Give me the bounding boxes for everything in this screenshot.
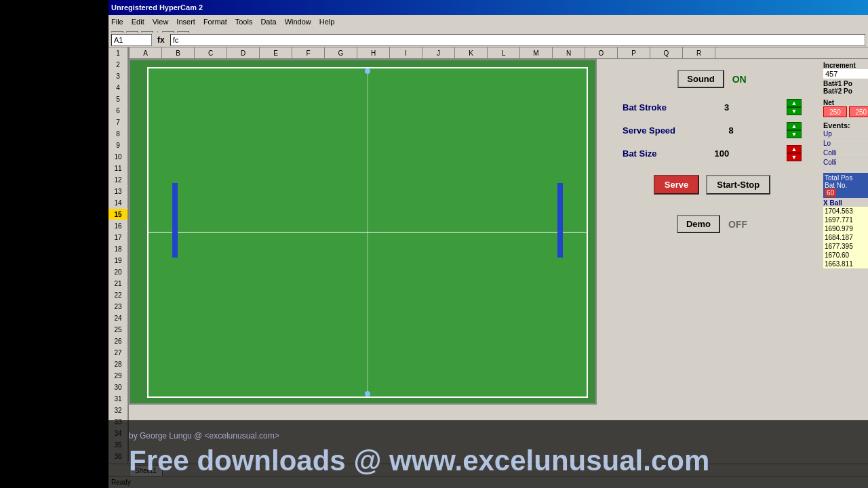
row-number: 9 [108,140,128,151]
control-panel: Sound ON Bat Stroke 3 ▲ ▼ Serv [604,59,821,411]
formula-bar: A1 fx fc [108,33,868,47]
bat-stroke-up[interactable]: ▲ [787,99,802,107]
serve-speed-down[interactable]: ▼ [787,130,802,138]
net-input-2[interactable] [849,106,868,117]
col-header: G [325,47,357,59]
row-number: 2 [108,59,128,70]
menu-item[interactable]: Tools [235,18,253,26]
cells-area: ABCDEFGHIJKLMNOPQR [129,47,868,461]
game-container [129,59,597,405]
row-number: 24 [108,312,128,324]
col-header: I [390,47,422,59]
col-header: K [455,47,488,59]
row-number: 27 [108,347,128,359]
row-number: 31 [108,393,128,405]
serve-speed-spinner: ▲ ▼ [787,122,802,138]
col-header: F [292,47,325,59]
serve-speed-up[interactable]: ▲ [787,122,802,130]
event-item: Up [823,129,868,139]
menu-item[interactable]: Help [319,18,335,26]
row-number: 23 [108,301,128,312]
ball-indicator-bottom [365,391,370,396]
menu-item[interactable]: Insert [176,18,195,26]
demo-button[interactable]: Demo [677,215,720,233]
ball-data-list: 1704.5631697.7711690.9791684.1871677.395… [823,207,868,268]
increment-label: Increment [823,62,868,69]
formula-input[interactable]: fc [170,34,865,46]
bat-size-up[interactable]: ▲ [787,145,802,153]
window-chrome: Unregistered HyperCam 2 File Edit View I… [0,0,868,488]
row-numbers: 1234567891011121314151617181920212223242… [108,47,129,461]
row-number: 7 [108,117,128,128]
row-number: 3 [108,70,128,82]
center-line-vertical [368,68,368,396]
name-box[interactable]: A1 [111,34,152,46]
menu-item[interactable]: Edit [132,18,144,26]
row-number: 6 [108,105,128,117]
col-header: B [162,47,195,59]
row-number: 8 [108,128,128,140]
watermark-small: by George Lungu @ <excelunusual.com> [129,431,279,441]
row-number: 28 [108,359,128,370]
col-header: Q [650,47,683,59]
ball-data-item: 1684.187 [823,233,868,242]
col-header: N [553,47,585,59]
row-number: 20 [108,266,128,278]
title-bar: Unregistered HyperCam 2 [108,0,868,15]
demo-row: Demo OFF [609,215,815,233]
bat-size-row: Bat Size 100 ▲ ▼ [609,145,815,161]
spreadsheet-area: 1234567891011121314151617181920212223242… [108,47,868,461]
serve-button[interactable]: Serve [654,175,699,195]
menu-item[interactable]: Format [203,18,227,26]
row-number: 19 [108,255,128,266]
col-header: J [422,47,455,59]
menu-item[interactable]: View [153,18,169,26]
menu-bar: File Edit View Insert Format Tools Data … [108,15,868,28]
bat-left [172,183,178,258]
bat-size-spinner: ▲ ▼ [787,145,802,161]
net-section: Net [823,99,868,117]
row-number: 12 [108,174,128,186]
row-number: 15 [108,209,128,220]
row-number: 30 [108,382,128,393]
serve-speed-label: Serve Speed [623,125,675,136]
start-stop-button[interactable]: Start-Stop [706,175,770,195]
col-header: E [260,47,292,59]
sound-button[interactable]: Sound [677,70,724,88]
col-header: M [520,47,553,59]
col-header: O [585,47,618,59]
left-margin [0,0,108,488]
row-number: 16 [108,220,128,232]
title-text: Unregistered HyperCam 2 [111,3,203,12]
row-number: 22 [108,289,128,301]
demo-status: OFF [728,219,747,230]
row-number: 32 [108,405,128,416]
watermark-big: Free downloads @ www.excelunusual.com [129,445,709,477]
ball-data-item: 1670.60 [823,251,868,260]
action-row: Serve Start-Stop [609,175,815,195]
menu-item[interactable]: File [111,18,123,26]
bat-stroke-label: Bat Stroke [623,102,667,113]
col-header: P [618,47,650,59]
menu-item[interactable]: Data [260,18,276,26]
menu-item[interactable]: Window [285,18,311,26]
bat-stroke-down[interactable]: ▼ [787,107,802,115]
net-input-1[interactable] [823,106,847,117]
events-box: Events: Up Lo Colli Colli [823,121,868,167]
bat-size-down[interactable]: ▼ [787,153,802,161]
row-number: 25 [108,324,128,336]
bat-stroke-value: 3 [713,102,741,113]
bat1-label: Bat#1 Po [823,80,868,87]
col-header: D [227,47,260,59]
bat-stroke-spinner: ▲ ▼ [787,99,802,115]
ball-data-item: 1704.563 [823,207,868,216]
increment-value: 457 [823,69,868,79]
bat-size-label: Bat Size [623,148,657,159]
bat2-label: Bat#2 Po [823,87,868,95]
x-ball-label: X Ball [823,199,868,207]
events-list: Up Lo Colli Colli [823,129,868,167]
ball-data-item: 1690.979 [823,224,868,233]
watermark: by George Lungu @ <excelunusual.com> Fre… [108,420,868,488]
row-number: 14 [108,197,128,209]
serve-speed-row: Serve Speed 8 ▲ ▼ [609,122,815,138]
